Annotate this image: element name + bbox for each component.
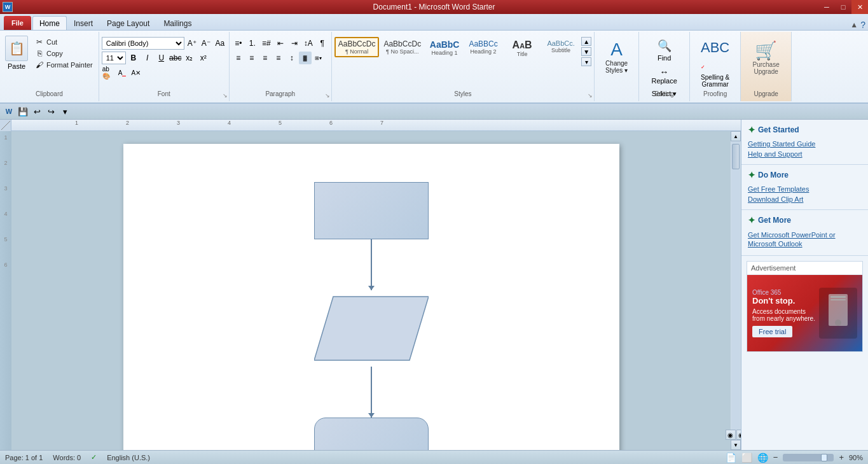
font-size-select[interactable]: 11 (102, 52, 126, 64)
help-btn[interactable]: ? (860, 20, 865, 30)
style-subtitle[interactable]: AaBbCc. Subtitle (542, 37, 580, 56)
style-title[interactable]: AaB Title (503, 37, 541, 60)
vruler-6: 6 (4, 262, 7, 268)
format-painter-button[interactable]: 🖌 Format Painter (33, 60, 95, 70)
font-family-select[interactable]: Calibri (Body) (102, 37, 184, 50)
para-dialog-launcher[interactable]: ↘ (325, 92, 330, 99)
do-more-icon: ✦ (748, 170, 755, 180)
paragraph-controls: ≡• 1. ≡# ⇤ ⇥ ↕A ¶ ≡ ≡ ≡ ≡ ↕ ▓ ⊞▾ (232, 34, 329, 79)
scroll-thumb[interactable] (732, 144, 740, 169)
zoom-out-btn[interactable]: − (773, 453, 778, 462)
style-heading2[interactable]: AaBBCc Heading 2 (464, 37, 502, 57)
view-normal-btn[interactable]: 📄 (726, 453, 736, 463)
font-size-grow-btn[interactable]: A⁺ (186, 37, 198, 50)
styles-scroll-down[interactable]: ▼ (581, 47, 591, 56)
bold-button[interactable]: B (127, 52, 140, 64)
align-right-button[interactable]: ≡ (259, 52, 272, 64)
style-normal[interactable]: AaBbCcDc ¶ Normal (334, 37, 380, 57)
indent-increase-button[interactable]: ⇥ (288, 37, 301, 50)
tab-home[interactable]: Home (32, 16, 67, 30)
zoom-in-btn[interactable]: + (839, 453, 844, 462)
font-color-button[interactable]: A_ (116, 66, 128, 79)
style-heading1[interactable]: AaBbC Heading 1 (425, 37, 464, 59)
undo-button[interactable]: ↩ (31, 105, 43, 118)
title-bar: W Document1 - Microsoft Word Starter ─ □… (0, 0, 868, 14)
cut-button[interactable]: ✂ Cut (33, 37, 95, 47)
shading-button[interactable]: ▓ (299, 52, 312, 64)
flowchart-rounded-rect[interactable] (314, 418, 429, 450)
scroll-up-button[interactable]: ▲ (731, 131, 741, 141)
get-microsoft-link[interactable]: Get Microsoft PowerPoint or Microsoft Ou… (748, 229, 862, 250)
font-dialog-launcher[interactable]: ↘ (223, 92, 228, 99)
get-free-templates-link[interactable]: Get Free Templates (748, 184, 862, 194)
styles-scroll-up[interactable]: ▲ (581, 37, 591, 46)
zoom-slider[interactable] (783, 454, 834, 461)
show-marks-button[interactable]: ¶ (316, 37, 329, 50)
sort-button[interactable]: ↕A (302, 37, 315, 50)
ribbon-toggle-btn[interactable]: ▲ (850, 20, 858, 29)
view-fullscreen-btn[interactable]: ⬜ (741, 453, 752, 463)
align-left-button[interactable]: ≡ (232, 52, 245, 64)
close-btn[interactable]: ✕ (851, 0, 868, 14)
editing-group: 🔍 Find ↔ Replace Select ▾ Editing (639, 32, 690, 101)
get-more-section: ✦ Get More Get Microsoft PowerPoint or M… (741, 210, 868, 256)
flowchart-rectangle[interactable] (314, 182, 429, 239)
redo-button[interactable]: ↪ (45, 105, 57, 118)
bullets-button[interactable]: ≡• (232, 37, 245, 50)
justify-button[interactable]: ≡ (272, 52, 285, 64)
font-size-row: 11 B I U abc x₂ x² (102, 52, 210, 64)
change-styles-button[interactable]: A ChangeStyles ▾ (603, 34, 630, 87)
styles-more[interactable]: ▾ (581, 57, 591, 66)
font-size-shrink-btn[interactable]: A⁻ (200, 37, 212, 50)
ruler: 1 2 3 4 5 6 7 (0, 120, 741, 131)
vertical-scrollbar[interactable]: ▲ ◉ ◉ ▼ (731, 131, 741, 450)
line-spacing-button[interactable]: ↕ (286, 52, 298, 64)
connector-1 (371, 239, 372, 290)
multilevel-button[interactable]: ≡# (260, 37, 273, 50)
styles-scroll: ▲ ▼ ▾ (581, 34, 591, 66)
tab-mailings[interactable]: Mailings (156, 16, 198, 30)
purchase-upgrade-button[interactable]: 🛒 PurchaseUpgrade (750, 35, 782, 88)
find-button[interactable]: 🔍 Find (647, 37, 681, 64)
paste-button[interactable]: 📋 Paste (3, 34, 31, 71)
view-web-btn[interactable]: 🌐 (757, 453, 768, 463)
underline-button[interactable]: U (155, 52, 168, 64)
change-styles-label: ChangeStyles ▾ (605, 60, 628, 74)
get-more-title: ✦ Get More (748, 215, 862, 225)
indent-decrease-button[interactable]: ⇤ (274, 37, 287, 50)
subscript-button[interactable]: x₂ (183, 52, 196, 64)
borders-button[interactable]: ⊞▾ (312, 52, 325, 64)
scroll-track[interactable] (731, 141, 740, 430)
align-center-button[interactable]: ≡ (245, 52, 258, 64)
clear-formatting-button[interactable]: A✕ (130, 66, 142, 79)
help-support-link[interactable]: Help and Support (748, 149, 862, 159)
font-name-row: Calibri (Body) A⁺ A⁻ Aa (102, 37, 226, 50)
download-clip-art-link[interactable]: Download Clip Art (748, 194, 862, 204)
tab-page-layout[interactable]: Page Layout (100, 16, 156, 30)
paragraph-group: ≡• 1. ≡# ⇤ ⇥ ↕A ¶ ≡ ≡ ≡ ≡ ↕ ▓ ⊞▾ Paragra… (230, 32, 332, 101)
italic-button[interactable]: I (141, 52, 154, 64)
styles-dialog-launcher[interactable]: ↘ (588, 92, 593, 99)
save-button[interactable]: 💾 (17, 105, 29, 118)
copy-button[interactable]: ⎘ Copy (33, 48, 95, 59)
replace-button[interactable]: ↔ Replace (647, 65, 681, 87)
numbering-button[interactable]: 1. (246, 37, 259, 50)
style-no-spacing[interactable]: AaBbCcDc ¶ No Spaci... (380, 37, 425, 57)
scroll-down-button[interactable]: ▼ (731, 440, 741, 450)
editing-buttons: 🔍 Find ↔ Replace Select ▾ (647, 34, 681, 113)
qa-dropdown[interactable]: ▾ (59, 105, 71, 118)
ad-free-trial-button[interactable]: Free trial (752, 326, 792, 337)
scroll-next-page[interactable]: ◉ (736, 430, 741, 440)
scroll-prev-page[interactable]: ◉ (726, 430, 736, 440)
maximize-btn[interactable]: □ (835, 0, 851, 14)
superscript-button[interactable]: x² (197, 52, 210, 64)
document-page[interactable] (123, 144, 619, 450)
minimize-btn[interactable]: ─ (818, 0, 835, 14)
flowchart-parallelogram[interactable] (314, 290, 429, 367)
tab-file[interactable]: File (4, 16, 31, 30)
getting-started-guide-link[interactable]: Getting Started Guide (748, 139, 862, 149)
highlight-color-button[interactable]: ab🎨 (102, 66, 114, 79)
tab-insert[interactable]: Insert (67, 16, 100, 30)
strikethrough-button[interactable]: abc (169, 52, 182, 64)
change-case-btn[interactable]: Aa (214, 37, 226, 50)
